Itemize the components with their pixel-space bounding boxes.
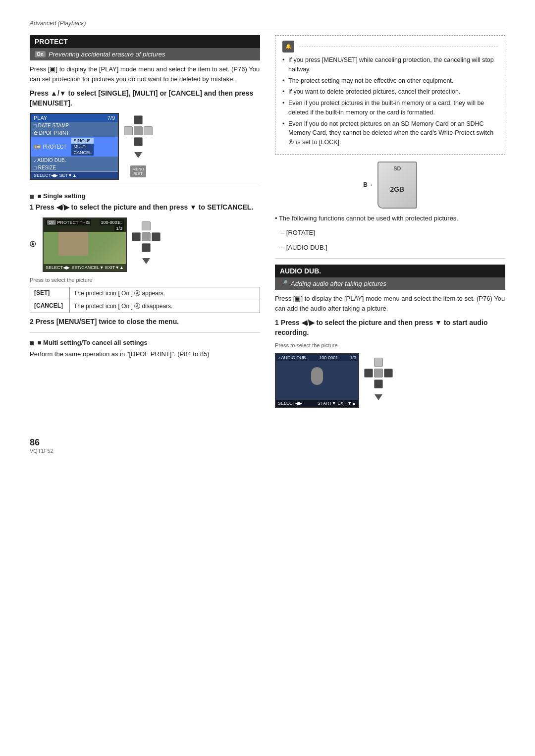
protect-label: PROTECT — [43, 144, 67, 150]
camera-menu-page: 7/9 — [107, 115, 115, 121]
audio-select-label: SELECT◀▶ — [278, 401, 302, 406]
dpad3-up — [374, 358, 383, 367]
note-icon: 🔔 — [282, 41, 294, 53]
audio-screen-header: ♪ AUDIO DUB. 100-0001 1/3 — [276, 354, 358, 361]
on-icon: On — [35, 51, 46, 57]
bullet-icon — [30, 195, 34, 199]
dpad-left — [124, 126, 133, 135]
audio-dub-subheader-text: Adding audio after taking pictures — [291, 280, 386, 287]
set-cancel-label: SET/CANCEL▼ EXIT▼▲ — [71, 265, 124, 270]
arrow-down-icon-3 — [374, 394, 382, 400]
camera-menu-title: PLAY — [34, 115, 47, 121]
dpad-center — [134, 126, 143, 135]
page-code: VQT1F52 — [30, 448, 54, 454]
audio-screen-footer: SELECT◀▶ START▼ EXIT▼▲ — [276, 400, 358, 407]
single-setting-screen: On PROTECT THIS 100-0001□ 1/3 SELECT◀▶ S… — [43, 217, 127, 272]
dpad2-down — [142, 243, 151, 252]
bullet-icon-2 — [30, 341, 34, 345]
rotate-text: – [ROTATE] — [281, 228, 505, 238]
menu-item-date-stamp: □ DATE STAMP — [31, 122, 118, 129]
screen-overlay-top: On PROTECT THIS 100-0001□ 1/3 — [44, 218, 126, 232]
mic-icon — [311, 367, 323, 385]
dpad3-right — [384, 369, 393, 378]
audio-dub-screen: ♪ AUDIO DUB. 100-0001 1/3 SELECT◀▶ START… — [275, 353, 359, 408]
divider-right-1 — [275, 258, 505, 259]
submenu-single: SINGLE — [71, 138, 94, 144]
photo-subject — [58, 228, 88, 256]
sd-card: SD 2GB — [377, 162, 417, 209]
menu-item-resize: □ RESIZE — [31, 164, 118, 171]
protect-title: PROTECT — [30, 35, 260, 48]
audio-screen-container: ♪ AUDIO DUB. 100-0001 1/3 SELECT◀▶ START… — [275, 353, 505, 408]
camera-menu-top: PLAY 7/9 — [31, 114, 118, 122]
arrow-down-icon — [134, 152, 142, 158]
press-select-audio: Press to select the picture — [275, 342, 505, 348]
set-value: The protect icon [ On ] Ⓐ appears. — [70, 287, 260, 300]
camera-menu-bottom: SELECT◀▶ SET▼▲ — [31, 171, 118, 179]
set-row: [SET] The protect icon [ On ] Ⓐ appears. — [30, 287, 260, 300]
submenu-multi: MULTI — [71, 144, 94, 150]
dpad2-left — [132, 232, 141, 241]
divider-1 — [30, 186, 260, 186]
protect-body-text: Press [▣] to display the [PLAY] mode men… — [30, 64, 260, 84]
on-icon-small: On — [34, 145, 41, 149]
divider-2 — [30, 332, 260, 333]
note-box-header: 🔔 — [282, 41, 498, 53]
sd-size-label: 2GB — [390, 185, 404, 193]
page-number: 86 — [30, 437, 54, 448]
dpad-single — [132, 221, 160, 268]
camera-menu-screen: PLAY 7/9 □ DATE STAMP ✿ DPOF PRINT On PR… — [30, 113, 119, 180]
note-bullet-2: The protect setting may not be effective… — [282, 76, 498, 86]
single-setting-header: ■ Single setting — [30, 192, 260, 200]
audio-dub-title: AUDIO DUB. — [275, 265, 505, 277]
submenu-cancel: CANCEL — [71, 150, 94, 156]
audio-dub-subheader: 🎤 Adding audio after taking pictures — [275, 277, 505, 290]
cancel-row: [CANCEL] The protect icon [ On ] Ⓐ disap… — [30, 300, 260, 313]
single-setting-screen-container: Ⓐ On PROTECT THIS 100-0001□ 1/3 — [30, 217, 260, 272]
label-a-left: Ⓐ — [30, 240, 36, 249]
on-protect-icon: On — [47, 220, 56, 225]
arrow-down-icon-2 — [142, 258, 150, 264]
audio-header-left: ♪ AUDIO DUB. — [278, 355, 307, 360]
note-bullet-3: If you want to delete protected pictures… — [282, 87, 498, 97]
dpad2-up — [142, 221, 151, 230]
audio-step1-text: 1 Press ◀/▶ to select the picture and th… — [275, 318, 505, 337]
dpad-menu: MENU/SET — [124, 115, 153, 177]
menu-set-button: MENU/SET — [130, 165, 146, 177]
note-bullet-5: Even if you do not protect pictures on a… — [282, 119, 498, 147]
dpad-down — [134, 137, 143, 146]
audio-dub-body-text: Press [▣] to display the [PLAY] mode men… — [275, 294, 505, 313]
audio-start-label: START▼ EXIT▼▲ — [318, 401, 356, 406]
right-column: 🔔 If you press [MENU/SET] while cancelin… — [275, 35, 505, 413]
audio-dub-title-text: AUDIO DUB. — [280, 267, 321, 275]
protect-bold-instruction: Press ▲/▼ to select [SINGLE], [MULTI] or… — [30, 89, 260, 108]
cancel-key: [CANCEL] — [30, 300, 70, 313]
multi-text: Perform the same operation as in "[DPOF … — [30, 349, 260, 359]
dpad2-right — [152, 232, 160, 241]
set-key: [SET] — [30, 287, 70, 300]
select-label: SELECT◀▶ — [46, 265, 70, 270]
sd-card-row: B→ SD 2GB — [275, 162, 505, 209]
dpad-audio — [364, 358, 393, 404]
audio-file-info: 100-0001 — [319, 355, 338, 360]
step1-protect-text: 1 Press ◀/▶ to select the picture and th… — [30, 203, 260, 213]
dpad-right — [144, 126, 153, 135]
protect-title-text: PROTECT — [35, 38, 68, 46]
page-header: Advanced (Playback) — [30, 20, 505, 30]
protect-overlay-text: On PROTECT THIS — [46, 219, 91, 226]
protect-subheader-text: Preventing accidental erasure of picture… — [49, 51, 165, 58]
cancel-value: The protect icon [ On ] Ⓐ disappears. — [70, 300, 260, 313]
protect-subheader: On Preventing accidental erasure of pict… — [30, 48, 260, 60]
menu-item-protect: On PROTECT SINGLE MULTI CANCEL — [31, 137, 118, 157]
audio-dub-text: – [AUDIO DUB.] — [281, 243, 505, 253]
press-select-protect: Press to select the picture — [30, 277, 260, 283]
camera-menu-container: PLAY 7/9 □ DATE STAMP ✿ DPOF PRINT On PR… — [30, 113, 260, 180]
sd-logo: SD — [393, 165, 401, 171]
menu-item-dpof: ✿ DPOF PRINT — [31, 129, 118, 137]
note-box: 🔔 If you press [MENU/SET] while cancelin… — [275, 35, 505, 155]
dpad3-center — [374, 369, 383, 378]
protected-functions-text: • The following functions cannot be used… — [275, 214, 505, 223]
dpad3-left — [364, 369, 373, 378]
step2-text: 2 Press [MENU/SET] twice to close the me… — [30, 317, 260, 327]
counter-text: 1/3 — [114, 225, 124, 231]
